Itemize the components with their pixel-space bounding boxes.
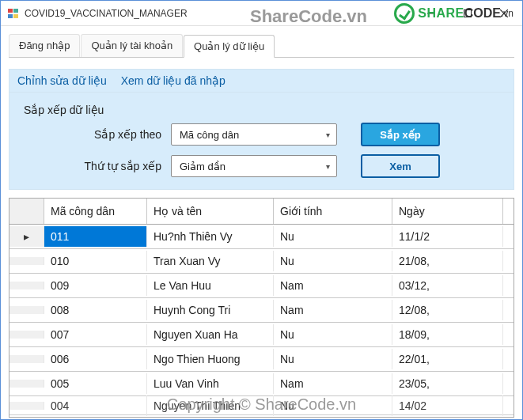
- cell-name[interactable]: Tran Xuan Vy: [147, 251, 274, 271]
- sort-button[interactable]: Sắp xếp: [361, 123, 440, 146]
- row-indicator: ▸: [9, 226, 44, 247]
- minimize-button[interactable]: [413, 1, 449, 26]
- table-row[interactable]: 004Nguyen Thi ThienNu14/02: [9, 396, 514, 415]
- col-header-id[interactable]: Mã công dân: [44, 199, 147, 224]
- col-header-name[interactable]: Họ và tên: [147, 199, 274, 224]
- cell-date[interactable]: 21/08,: [392, 251, 503, 271]
- chevron-down-icon: ▾: [326, 131, 330, 139]
- cell-gender[interactable]: Nu: [274, 324, 392, 345]
- cell-id[interactable]: 008: [44, 300, 147, 320]
- cell-id[interactable]: 005: [44, 373, 147, 394]
- subtab-view[interactable]: Xem dữ liệu đã nhập: [121, 74, 225, 87]
- combo-value: Mã công dân: [180, 129, 239, 141]
- table-row[interactable]: 008Huynh Cong TriNam12/08,: [9, 298, 514, 323]
- window-title: COVID19_VACCINATION_MANAGER: [25, 8, 413, 19]
- sort-panel: Sắp xếp dữ liệu Sắp xếp theo Mã công dân…: [9, 93, 514, 190]
- cell-id[interactable]: 011: [44, 226, 147, 247]
- cell-date[interactable]: 03/12,: [392, 275, 503, 296]
- order-combo[interactable]: Giảm dần ▾: [171, 155, 337, 177]
- row-indicator: [9, 355, 44, 363]
- section-title: Sắp xếp dữ liệu: [21, 100, 502, 123]
- titlebar: COVID19_VACCINATION_MANAGER: [1, 1, 522, 26]
- subtab-strip: Chỉnh sửa dữ liệu Xem dữ liệu đã nhập: [9, 69, 514, 93]
- cell-name[interactable]: Luu Van Vinh: [147, 373, 274, 394]
- app-window: COVID19_VACCINATION_MANAGER Đăng nhập Qu…: [0, 0, 523, 420]
- table-row[interactable]: 007Nguyen Xuan HaNu18/09,: [9, 323, 514, 347]
- cell-gender[interactable]: Nu: [274, 226, 392, 247]
- cell-id[interactable]: 010: [44, 251, 147, 271]
- cell-id[interactable]: 004: [44, 395, 147, 416]
- table-row[interactable]: 010Tran Xuan VyNu21/08,: [9, 249, 514, 274]
- tab-label: Quản lý dữ liệu: [194, 40, 264, 52]
- cell-id[interactable]: 007: [44, 324, 147, 345]
- subtab-edit[interactable]: Chỉnh sửa dữ liệu: [17, 74, 107, 87]
- order-label: Thứ tự sắp xếp: [21, 160, 171, 172]
- cell-gender[interactable]: Nam: [274, 300, 392, 320]
- cell-gender[interactable]: Nu: [274, 349, 392, 369]
- sort-by-row: Sắp xếp theo Mã công dân ▾ Sắp xếp: [21, 123, 502, 146]
- subtab-label: Chỉnh sửa dữ liệu: [17, 74, 107, 87]
- chevron-down-icon: ▾: [326, 162, 330, 171]
- cell-name[interactable]: Hu?nh Thiên Vy: [147, 226, 274, 247]
- window-controls: [413, 1, 522, 25]
- cell-name[interactable]: Huynh Cong Tri: [147, 300, 274, 320]
- tab-data[interactable]: Quản lý dữ liệu: [184, 35, 275, 58]
- cell-date[interactable]: 22/01,: [392, 349, 503, 369]
- button-label: Sắp xếp: [380, 129, 420, 141]
- svg-rect-5: [464, 10, 472, 17]
- main-tabstrip: Đăng nhập Quản lý tài khoản Quản lý dữ l…: [9, 34, 514, 58]
- cell-name[interactable]: Le Van Huu: [147, 275, 274, 296]
- tab-label: Đăng nhập: [19, 40, 70, 51]
- table-row[interactable]: 009Le Van HuuNam03/12,: [9, 274, 514, 298]
- row-indicator: [9, 380, 44, 388]
- cell-id[interactable]: 009: [44, 275, 147, 296]
- svg-rect-2: [8, 14, 13, 18]
- sort-by-combo[interactable]: Mã công dân ▾: [171, 123, 337, 146]
- close-button[interactable]: [486, 1, 522, 26]
- table-row[interactable]: 005Luu Van VinhNam23/05,: [9, 372, 514, 396]
- cell-name[interactable]: Nguyen Xuan Ha: [147, 324, 274, 345]
- tab-login[interactable]: Đăng nhập: [9, 34, 80, 57]
- view-button[interactable]: Xem: [361, 154, 440, 178]
- table-row[interactable]: 006Ngo Thien HuongNu22/01,: [9, 347, 514, 372]
- cell-gender[interactable]: Nu: [274, 395, 392, 416]
- order-row: Thứ tự sắp xếp Giảm dần ▾ Xem: [21, 154, 502, 178]
- svg-rect-1: [13, 9, 18, 13]
- data-grid[interactable]: Mã công dân Họ và tên Giới tính Ngày ▸01…: [9, 198, 514, 418]
- grid-header: Mã công dân Họ và tên Giới tính Ngày: [9, 199, 514, 225]
- cell-id[interactable]: 006: [44, 349, 147, 369]
- svg-rect-3: [13, 14, 18, 18]
- maximize-button[interactable]: [449, 1, 486, 26]
- col-header-date[interactable]: Ngày: [392, 199, 503, 224]
- row-indicator: [9, 282, 44, 289]
- row-indicator-header: [9, 199, 44, 224]
- tab-accounts[interactable]: Quản lý tài khoản: [81, 34, 183, 57]
- subtab-label: Xem dữ liệu đã nhập: [121, 74, 225, 87]
- col-header-gender[interactable]: Giới tính: [274, 199, 392, 224]
- cell-gender[interactable]: Nam: [274, 275, 392, 296]
- row-indicator: [9, 331, 44, 339]
- svg-rect-0: [8, 9, 13, 13]
- cell-gender[interactable]: Nu: [274, 251, 392, 271]
- grid-body: ▸011Hu?nh Thiên VyNu11/1/2010Tran Xuan V…: [9, 225, 514, 415]
- client-area: Đăng nhập Quản lý tài khoản Quản lý dữ l…: [1, 26, 522, 418]
- cell-date[interactable]: 11/1/2: [392, 226, 503, 247]
- row-indicator: [9, 306, 44, 314]
- cell-date[interactable]: 18/09,: [392, 324, 503, 345]
- tab-label: Quản lý tài khoản: [91, 40, 172, 51]
- cell-gender[interactable]: Nam: [274, 373, 392, 394]
- cell-name[interactable]: Nguyen Thi Thien: [147, 395, 274, 416]
- sort-by-label: Sắp xếp theo: [21, 128, 171, 141]
- table-row[interactable]: ▸011Hu?nh Thiên VyNu11/1/2: [9, 225, 514, 249]
- button-label: Xem: [389, 161, 411, 172]
- app-icon: [7, 7, 20, 20]
- row-indicator: [9, 402, 44, 410]
- cell-date[interactable]: 14/02: [392, 395, 503, 416]
- combo-value: Giảm dần: [180, 161, 225, 172]
- cell-name[interactable]: Ngo Thien Huong: [147, 349, 274, 369]
- cell-date[interactable]: 12/08,: [392, 300, 503, 320]
- row-indicator: [9, 257, 44, 265]
- cell-date[interactable]: 23/05,: [392, 373, 503, 394]
